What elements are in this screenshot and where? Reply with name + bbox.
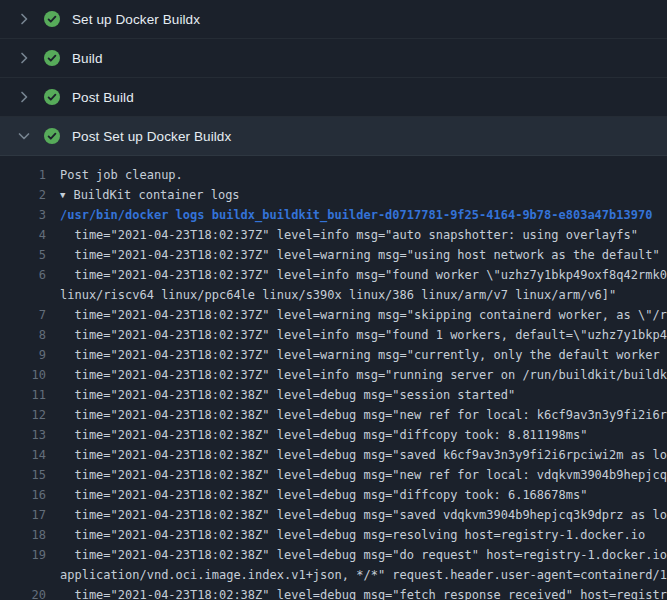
log-line: linux/riscv64 linux/ppc64le linux/s390x … — [0, 285, 667, 305]
log-text: time="2021-04-23T18:02:37Z" level=info m… — [46, 265, 667, 285]
check-circle-icon — [44, 128, 60, 144]
line-number[interactable]: 19 — [0, 545, 46, 565]
log-group-line[interactable]: ▼BuildKit container logs — [46, 185, 667, 205]
step-row-build[interactable]: Build — [0, 39, 667, 78]
step-list: Set up Docker BuildxBuildPost BuildPost … — [0, 0, 667, 156]
line-number[interactable]: 15 — [0, 465, 46, 485]
log-text: time="2021-04-23T18:02:38Z" level=debug … — [46, 465, 667, 485]
log-text: time="2021-04-23T18:02:38Z" level=debug … — [46, 585, 667, 600]
log-line: 14 time="2021-04-23T18:02:38Z" level=deb… — [0, 445, 667, 465]
chevron-right-icon — [16, 11, 32, 27]
log-line: 6 time="2021-04-23T18:02:37Z" level=info… — [0, 265, 667, 285]
line-number[interactable]: 14 — [0, 445, 46, 465]
log-line: 18 time="2021-04-23T18:02:38Z" level=deb… — [0, 525, 667, 545]
line-number[interactable]: 7 — [0, 305, 46, 325]
line-number[interactable]: 20 — [0, 585, 46, 600]
log-text: time="2021-04-23T18:02:38Z" level=debug … — [46, 485, 667, 505]
line-number[interactable]: 16 — [0, 485, 46, 505]
line-number[interactable]: 5 — [0, 245, 46, 265]
line-number[interactable]: 6 — [0, 265, 46, 285]
line-number[interactable]: 2 — [0, 185, 46, 205]
log-group-toggle-icon[interactable]: ▼ — [60, 185, 65, 205]
log-text: time="2021-04-23T18:02:38Z" level=debug … — [46, 385, 667, 405]
line-number — [0, 285, 46, 305]
log-line: 7 time="2021-04-23T18:02:37Z" level=warn… — [0, 305, 667, 325]
log-command-text: /usr/bin/docker logs buildx_buildkit_bui… — [46, 205, 667, 225]
log-lines: 1Post job cleanup.2▼BuildKit container l… — [0, 156, 667, 600]
log-text: time="2021-04-23T18:02:37Z" level=info m… — [46, 325, 667, 345]
check-circle-icon — [44, 11, 60, 27]
log-line: 17 time="2021-04-23T18:02:38Z" level=deb… — [0, 505, 667, 525]
log-text: time="2021-04-23T18:02:37Z" level=warnin… — [46, 305, 667, 325]
log-text: time="2021-04-23T18:02:37Z" level=warnin… — [46, 245, 667, 265]
log-line: 2▼BuildKit container logs — [0, 185, 667, 205]
log-line: 16 time="2021-04-23T18:02:38Z" level=deb… — [0, 485, 667, 505]
log-line: 13 time="2021-04-23T18:02:38Z" level=deb… — [0, 425, 667, 445]
log-text: time="2021-04-23T18:02:38Z" level=debug … — [46, 545, 667, 565]
line-number[interactable]: 10 — [0, 365, 46, 385]
line-number[interactable]: 3 — [0, 205, 46, 225]
line-number[interactable]: 13 — [0, 425, 46, 445]
step-row-post-build[interactable]: Post Build — [0, 78, 667, 117]
log-text: time="2021-04-23T18:02:37Z" level=warnin… — [46, 345, 667, 365]
log-text: linux/riscv64 linux/ppc64le linux/s390x … — [46, 285, 667, 305]
step-row-post-set-up-docker-buildx[interactable]: Post Set up Docker Buildx — [0, 117, 667, 156]
log-text: time="2021-04-23T18:02:37Z" level=info m… — [46, 225, 667, 245]
chevron-right-icon — [16, 50, 32, 66]
check-circle-icon — [44, 50, 60, 66]
line-number[interactable]: 11 — [0, 385, 46, 405]
log-line: 15 time="2021-04-23T18:02:38Z" level=deb… — [0, 465, 667, 485]
step-row-set-up-docker-buildx[interactable]: Set up Docker Buildx — [0, 0, 667, 39]
log-text: time="2021-04-23T18:02:38Z" level=debug … — [46, 445, 667, 465]
log-line: 8 time="2021-04-23T18:02:37Z" level=info… — [0, 325, 667, 345]
line-number[interactable]: 1 — [0, 165, 46, 185]
log-group-label[interactable]: BuildKit container logs — [73, 188, 239, 202]
log-line: 12 time="2021-04-23T18:02:38Z" level=deb… — [0, 405, 667, 425]
line-number[interactable]: 17 — [0, 505, 46, 525]
log-line: 9 time="2021-04-23T18:02:37Z" level=warn… — [0, 345, 667, 365]
log-line: 4 time="2021-04-23T18:02:37Z" level=info… — [0, 225, 667, 245]
log-line: application/vnd.oci.image.index.v1+json,… — [0, 565, 667, 585]
log-line: 20 time="2021-04-23T18:02:38Z" level=deb… — [0, 585, 667, 600]
log-text: time="2021-04-23T18:02:38Z" level=debug … — [46, 505, 667, 525]
step-label: Post Set up Docker Buildx — [72, 129, 231, 144]
log-text: Post job cleanup. — [46, 165, 667, 185]
chevron-down-icon — [16, 128, 32, 144]
line-number — [0, 565, 46, 585]
log-text: application/vnd.oci.image.index.v1+json,… — [46, 565, 667, 585]
step-label: Post Build — [72, 90, 134, 105]
log-line: 19 time="2021-04-23T18:02:38Z" level=deb… — [0, 545, 667, 565]
log-line: 1Post job cleanup. — [0, 165, 667, 185]
line-number[interactable]: 18 — [0, 525, 46, 545]
log-text: time="2021-04-23T18:02:38Z" level=debug … — [46, 525, 667, 545]
line-number[interactable]: 4 — [0, 225, 46, 245]
log-line: 10 time="2021-04-23T18:02:37Z" level=inf… — [0, 365, 667, 385]
line-number[interactable]: 8 — [0, 325, 46, 345]
log-text: time="2021-04-23T18:02:37Z" level=info m… — [46, 365, 667, 385]
check-circle-icon — [44, 89, 60, 105]
line-number[interactable]: 9 — [0, 345, 46, 365]
log-text: time="2021-04-23T18:02:38Z" level=debug … — [46, 405, 667, 425]
log-line: 11 time="2021-04-23T18:02:38Z" level=deb… — [0, 385, 667, 405]
log-line: 5 time="2021-04-23T18:02:37Z" level=warn… — [0, 245, 667, 265]
chevron-right-icon — [16, 89, 32, 105]
step-label: Set up Docker Buildx — [72, 12, 200, 27]
step-label: Build — [72, 51, 103, 66]
log-line: 3/usr/bin/docker logs buildx_buildkit_bu… — [0, 205, 667, 225]
log-text: time="2021-04-23T18:02:38Z" level=debug … — [46, 425, 667, 445]
line-number[interactable]: 12 — [0, 405, 46, 425]
